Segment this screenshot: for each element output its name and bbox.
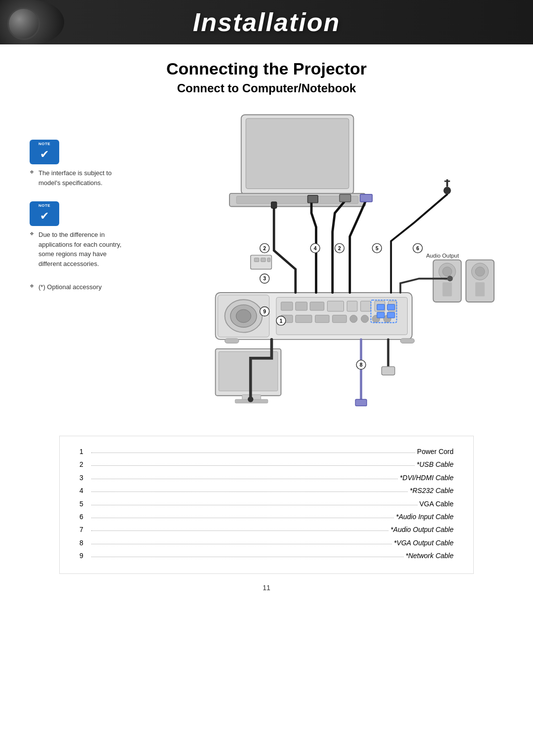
svg-text:5: 5 <box>376 246 379 251</box>
svg-rect-79 <box>377 312 384 318</box>
cable-num-2: 2 <box>79 459 89 470</box>
svg-rect-78 <box>387 304 395 310</box>
cable-num-9: 9 <box>79 550 89 561</box>
svg-rect-56 <box>355 399 367 406</box>
page-title: Installation <box>193 7 340 37</box>
svg-rect-49 <box>307 195 318 203</box>
svg-rect-12 <box>281 302 293 310</box>
cable-num-5: 5 <box>79 498 89 509</box>
diagram-section: ✔ The interface is subject to model's sp… <box>30 110 503 416</box>
cable-item-4: 4 *RS232 Cable <box>79 485 454 496</box>
svg-rect-28 <box>225 339 239 343</box>
svg-text:Audio Output: Audio Output <box>426 253 459 259</box>
cable-name-6: *Audio Input Cable <box>396 511 454 522</box>
cable-dots-2 <box>91 459 415 466</box>
svg-rect-51 <box>360 194 373 202</box>
svg-rect-23 <box>333 315 346 323</box>
svg-rect-41 <box>475 282 485 296</box>
subsection-title: Connect to Computer/Notebook <box>30 81 503 95</box>
cable-item-6: 6 *Audio Input Cable <box>79 511 454 522</box>
cable-name-1: Power Cord <box>417 446 454 457</box>
cable-list: 1 Power Cord 2 *USB Cable 3 *DVI/HDMI Ca… <box>59 436 474 574</box>
check-icon-1: ✔ <box>40 148 49 161</box>
svg-text:2: 2 <box>338 246 341 251</box>
svg-point-52 <box>444 187 451 194</box>
svg-rect-46 <box>267 258 270 262</box>
cable-num-3: 3 <box>79 472 89 483</box>
svg-rect-37 <box>443 282 452 296</box>
cable-name-9: *Network Cable <box>406 550 454 561</box>
svg-rect-50 <box>340 194 351 202</box>
cable-item-8: 8 *VGA Output Cable <box>79 537 454 548</box>
note-block-2: ✔ Due to the difference in applications … <box>30 201 128 268</box>
svg-text:2: 2 <box>263 246 266 251</box>
note-block-1: ✔ The interface is subject to model's sp… <box>30 140 128 188</box>
svg-rect-14 <box>310 302 324 310</box>
usb-hub <box>251 255 272 269</box>
svg-rect-80 <box>387 312 395 318</box>
cable-name-3: *DVI/HDMI Cable <box>400 472 454 483</box>
page-content: Connecting the Projector Connect to Comp… <box>0 44 533 611</box>
note-text-3: (*) Optional accessory <box>30 282 128 292</box>
header-banner: Installation <box>0 0 533 44</box>
svg-point-10 <box>236 309 251 323</box>
cable-item-3: 3 *DVI/HDMI Cable <box>79 472 454 483</box>
cable-dots-9 <box>91 550 404 557</box>
cable-name-8: *VGA Output Cable <box>394 537 454 548</box>
check-icon-2: ✔ <box>40 210 49 223</box>
cable-num-7: 7 <box>79 524 89 535</box>
cable-name-5: VGA Cable <box>419 498 454 509</box>
connection-diagram: Audio Output <box>138 110 503 410</box>
cable-num-4: 4 <box>79 485 89 496</box>
svg-rect-1 <box>246 118 349 189</box>
svg-text:6: 6 <box>416 246 419 251</box>
cable-item-9: 9 *Network Cable <box>79 550 454 561</box>
svg-rect-48 <box>271 202 276 208</box>
cable-item-5: 5 VGA Cable <box>79 498 454 509</box>
cable-dots-5 <box>91 498 418 505</box>
cable-dots-3 <box>91 472 398 479</box>
cable-dots-7 <box>91 524 388 531</box>
svg-rect-44 <box>254 258 259 262</box>
svg-text:4: 4 <box>314 246 317 251</box>
note-block-3: (*) Optional accessory <box>30 282 128 292</box>
cable-num-8: 8 <box>79 537 89 548</box>
cable-num-1: 1 <box>79 446 89 457</box>
laptop <box>229 114 372 206</box>
cable-item-1: 1 Power Cord <box>79 446 454 457</box>
cable-num-6: 6 <box>79 511 89 522</box>
svg-rect-15 <box>327 301 343 311</box>
svg-rect-57 <box>381 367 395 375</box>
speakers: Audio Output <box>426 253 494 302</box>
svg-rect-16 <box>347 301 357 311</box>
note-text-1: The interface is subject to model's spec… <box>30 168 128 188</box>
svg-point-40 <box>475 267 485 276</box>
svg-text:3: 3 <box>263 276 266 281</box>
cable-dots-1 <box>91 446 415 453</box>
svg-text:8: 8 <box>360 362 363 368</box>
diagram-area: Audio Output <box>138 110 503 416</box>
svg-rect-43 <box>251 255 272 269</box>
cable-item-7: 7 *Audio Output Cable <box>79 524 454 535</box>
cable-dots-4 <box>91 485 408 492</box>
note-text-2: Due to the difference in applications fo… <box>30 230 128 268</box>
svg-text:1: 1 <box>279 318 282 324</box>
cable-dots-6 <box>91 511 394 518</box>
cable-item-2: 2 *USB Cable <box>79 459 454 470</box>
page-number: 11 <box>30 584 503 592</box>
svg-rect-22 <box>315 315 329 323</box>
svg-rect-17 <box>361 301 371 311</box>
svg-rect-45 <box>261 258 266 262</box>
svg-rect-77 <box>377 304 384 310</box>
cable-name-4: *RS232 Cable <box>410 485 454 496</box>
cable-name-7: *Audio Output Cable <box>390 524 454 535</box>
lens-decoration <box>0 0 64 44</box>
svg-rect-29 <box>400 339 414 343</box>
svg-rect-13 <box>296 302 307 310</box>
note-icon-1: ✔ <box>30 140 59 164</box>
svg-rect-24 <box>350 315 357 323</box>
cable-dots-8 <box>91 537 392 544</box>
section-title: Connecting the Projector <box>30 59 503 78</box>
left-notes: ✔ The interface is subject to model's sp… <box>30 110 128 306</box>
svg-point-47 <box>248 397 253 402</box>
